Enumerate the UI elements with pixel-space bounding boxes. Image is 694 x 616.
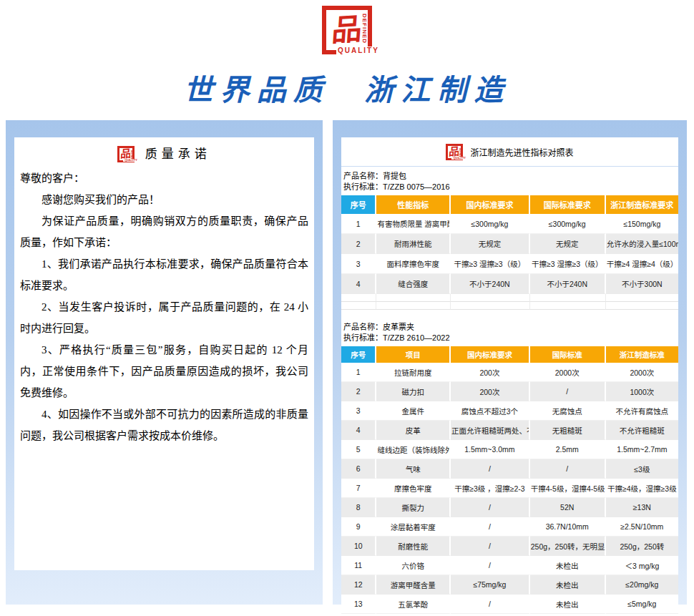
table-header-cell: 国际标准 bbox=[530, 346, 606, 363]
table-cell: 8 bbox=[341, 498, 376, 517]
table-cell: 3 bbox=[341, 401, 376, 421]
table-header-cell: 浙江制造标准 bbox=[606, 346, 678, 363]
right-panel-title: 浙江制造先进性指标对照表 bbox=[470, 146, 573, 158]
table-cell: 游离甲醛含量 bbox=[376, 575, 451, 595]
table-header-cell: 性能指标 bbox=[376, 195, 451, 214]
table-cell: 无腐蚀点 bbox=[530, 401, 606, 421]
table-cell: 2.5mm bbox=[530, 440, 606, 459]
table-cell: 200次 bbox=[451, 363, 530, 382]
table-cell: 11 bbox=[341, 556, 376, 575]
table-cell: ≤75mg/kg bbox=[451, 575, 530, 595]
quality-label: QUALITY bbox=[451, 157, 464, 160]
comparison-table-1: 序号性能指标国内标准要求国际标准要求浙江制造标准要求 1有害物质限量 游离甲醛≤… bbox=[341, 195, 678, 310]
product-standard-2: 执行标准：T/ZZB 2610—2022 bbox=[343, 333, 676, 343]
table-header-cell: 项目 bbox=[376, 346, 451, 363]
table-cell: 有害物质限量 游离甲醛 bbox=[376, 214, 451, 234]
table-cell: 皮革 bbox=[376, 421, 451, 440]
table-cell: 耐磨性能 bbox=[376, 537, 451, 556]
empty-cell bbox=[341, 302, 376, 310]
empty-table-row bbox=[341, 294, 678, 302]
table-row: 1拉链耐用度200次2000次2000次 bbox=[341, 363, 678, 382]
empty-rows bbox=[341, 294, 678, 310]
table-cell: 250g，250转，无明显损伤剥落 bbox=[530, 537, 606, 556]
product-standard-1: 执行标准：T/ZZB 0075—2016 bbox=[343, 182, 676, 192]
table-cell: ＜3 mg/kg bbox=[606, 556, 678, 575]
quality-commitment-panel: 品 QUALITY DEFINED 质量承诺 尊敬的客户： 感谢您购买我们的产品… bbox=[6, 120, 323, 605]
table-row: 4缝合强度不小于240N不小于240N不小于300N bbox=[341, 274, 678, 294]
table-header-row: 序号性能指标国内标准要求国际标准要求浙江制造标准要求 bbox=[341, 195, 678, 214]
product-name-2: 产品名称：皮革票夹 bbox=[343, 322, 676, 333]
table-cell: / bbox=[451, 537, 530, 556]
quality-label: QUALITY bbox=[336, 47, 379, 55]
table-cell: 金属件 bbox=[376, 401, 451, 421]
table-cell: 4 bbox=[341, 421, 376, 440]
table-cell: ≥13N bbox=[606, 498, 678, 517]
letter-paragraph: 1、我们承诺产品执行本标准要求，确保产品质量符合本标准要求。 bbox=[20, 253, 308, 296]
table-row: 5缝线边距（装饰线除外）1.5mm~3.0mm2.5mm1.5mm~2.7mm bbox=[341, 440, 678, 459]
quality-label: QUALITY bbox=[123, 159, 135, 162]
table-cell: 250g，250转 bbox=[606, 537, 678, 556]
empty-table-row bbox=[341, 302, 678, 310]
defined-label: DEFINED bbox=[459, 147, 461, 158]
table-cell: 五氯苯酚 bbox=[376, 595, 451, 614]
table-row: 11六价铬/未检出＜3 mg/kg bbox=[341, 556, 678, 575]
table-cell: 2000次 bbox=[530, 363, 606, 382]
table-row: 7摩擦色牢度干擦≥3级 ，湿擦≥2-3干擦4-5级，湿擦4-5级干擦≥4级，湿擦… bbox=[341, 479, 678, 498]
quality-defined-logo-small-icon: 品 QUALITY DEFINED bbox=[446, 144, 463, 160]
table-cell: 1000次 bbox=[606, 382, 678, 401]
table-cell: 干擦≥3 湿擦≥3（级） bbox=[530, 254, 606, 274]
table-cell: 1 bbox=[341, 363, 376, 382]
defined-label: DEFINED bbox=[130, 150, 132, 160]
table-cell: 10 bbox=[341, 537, 376, 556]
quality-defined-logo-small-icon: 品 QUALITY DEFINED bbox=[117, 146, 135, 162]
table-cell: 不允许有腐蚀点 bbox=[606, 401, 678, 421]
table-cell: 未检出 bbox=[530, 595, 606, 614]
empty-cell bbox=[606, 302, 678, 310]
table-cell: ≤20mg/kg bbox=[606, 575, 678, 595]
table-cell: 允许水的浸入量≤100ml bbox=[606, 234, 678, 254]
product-info-1: 产品名称：背提包 执行标准：T/ZZB 0075—2016 bbox=[341, 167, 678, 195]
brand-slogan: 世界品质 浙江制造 bbox=[0, 66, 694, 109]
table-cell: / bbox=[451, 498, 530, 517]
table-cell: ≤150mg/kg bbox=[606, 214, 678, 234]
table-cell: 2 bbox=[341, 382, 376, 401]
table-cell: 干擦≥4 湿擦≥4（级） bbox=[606, 254, 678, 274]
comparison-table-2: 序号项目国内标准要求国际标准浙江制造标准 1拉链耐用度200次2000次2000… bbox=[341, 346, 678, 614]
table-header-cell: 国内标准要求 bbox=[451, 346, 530, 363]
comparison-table-panel: 品 QUALITY DEFINED 浙江制造先进性指标对照表 产品名称：背提包 … bbox=[333, 120, 687, 605]
table-cell: 干擦≥4级，湿擦≥3级 bbox=[606, 479, 678, 498]
table-cell: 无粗糙斑 bbox=[530, 421, 606, 440]
table-cell: 不允许粗糙斑 bbox=[606, 421, 678, 440]
table-cell: 1.5mm~2.7mm bbox=[606, 440, 678, 459]
right-panel-title-row: 品 QUALITY DEFINED 浙江制造先进性指标对照表 bbox=[341, 137, 678, 167]
table-cell: 无规定 bbox=[451, 234, 530, 254]
table-row: 10耐磨性能/250g，250转，无明显损伤剥落250g，250转 bbox=[341, 537, 678, 556]
table-cell: ≤3级 bbox=[606, 459, 678, 479]
empty-cell bbox=[376, 294, 451, 302]
table-cell: 撕裂力 bbox=[376, 498, 451, 517]
table-cell: ≤300mg/kg bbox=[530, 214, 606, 234]
table-cell: 5 bbox=[341, 440, 376, 459]
table-cell: 干擦≥3 湿擦≥3（级） bbox=[451, 254, 530, 274]
empty-cell bbox=[606, 294, 678, 302]
table-cell: 4 bbox=[341, 274, 376, 294]
table-cell: 9 bbox=[341, 517, 376, 537]
table-header-cell: 国内标准要求 bbox=[451, 195, 530, 214]
table-cell: 腐蚀点不超过3个 bbox=[451, 401, 530, 421]
table-header-cell: 序号 bbox=[341, 346, 376, 363]
table-cell: 摩擦色牢度 bbox=[376, 479, 451, 498]
table-header-row: 序号项目国内标准要求国际标准浙江制造标准 bbox=[341, 346, 678, 363]
table-cell: ≥2.5N/10mm bbox=[606, 517, 678, 537]
letter-paragraph: 2、当发生客户投诉时，属于产品质量问题的，在 24 小时内进行回复。 bbox=[20, 296, 308, 339]
table-cell: 未检出 bbox=[530, 556, 606, 575]
table-cell: 涂层黏着牢度 bbox=[376, 517, 451, 537]
table-cell: ≤300mg/kg bbox=[451, 214, 530, 234]
quality-defined-logo-icon: 品 QUALITY DEFINED bbox=[322, 6, 372, 54]
table-cell: 6 bbox=[341, 459, 376, 479]
table-cell: 200次 bbox=[451, 382, 530, 401]
table-cell: 气味 bbox=[376, 459, 451, 479]
letter-paragraph: 4、如因操作不当或外部不可抗力的因素所造成的非质量问题，我公司根据客户需求按成本… bbox=[20, 404, 308, 446]
table-row: 12游离甲醛含量≤75mg/kg未检出≤20mg/kg bbox=[341, 575, 678, 595]
table-row: 13五氯苯酚/未检出≤5mg/kg bbox=[341, 595, 678, 614]
table-row: 2磁力扣200次/1000次 bbox=[341, 382, 678, 401]
